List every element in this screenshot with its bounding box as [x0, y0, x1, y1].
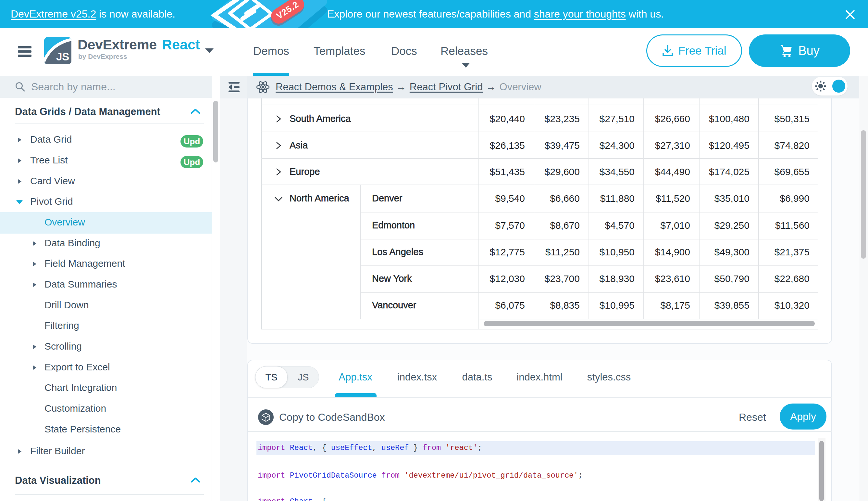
svg-text:JS: JS — [56, 51, 69, 63]
